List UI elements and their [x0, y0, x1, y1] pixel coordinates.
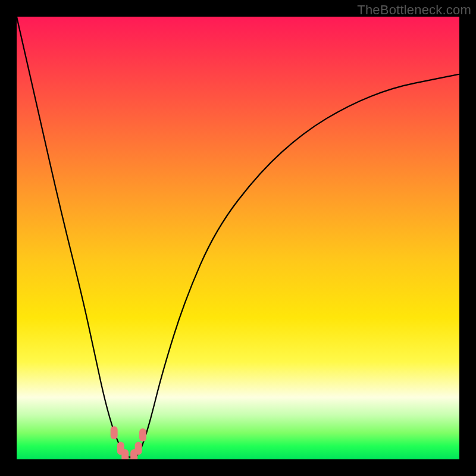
optimal-marker — [111, 426, 118, 439]
bottleneck-curve — [17, 17, 459, 457]
attribution-text: TheBottleneck.com — [357, 2, 471, 18]
optimal-marker — [135, 441, 142, 455]
chart-area — [17, 17, 459, 459]
optimal-marker — [139, 428, 146, 441]
optimal-marker — [121, 449, 129, 459]
optimal-markers — [111, 426, 146, 459]
bottleneck-curve-svg — [17, 17, 459, 459]
